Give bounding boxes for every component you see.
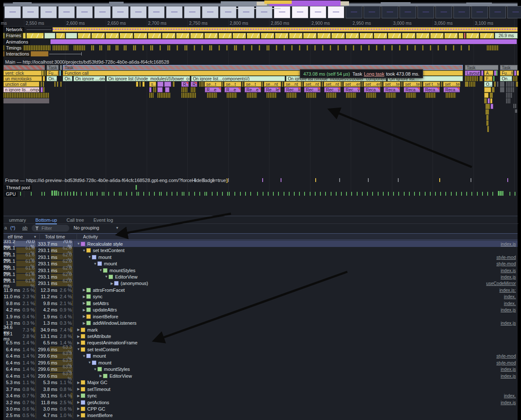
flame-event[interactable]	[54, 82, 56, 87]
flame-event-fl[interactable]: F…l	[484, 76, 492, 81]
flame-event[interactable]	[157, 87, 163, 92]
source-link[interactable]: style-mod	[496, 353, 516, 358]
frame-box[interactable]	[78, 33, 91, 38]
table-row[interactable]: 6.5 ms1.4 %6.5 ms1.4 %▶requestAnimationF…	[3, 340, 518, 346]
flame-event-setnt[interactable]: set…nt	[304, 82, 321, 87]
flame-event[interactable]	[491, 104, 493, 109]
expand-icon[interactable]: ▶	[76, 328, 81, 332]
flame-event[interactable]	[484, 93, 488, 98]
flame-event-sent[interactable]: se…nt	[264, 82, 281, 87]
table-row[interactable]: 11.0 ms2.3 %11.2 ms2.4 %▶syncindex.	[3, 294, 518, 300]
track-label-network[interactable]: Network	[4, 27, 24, 32]
flame-event-setent[interactable]: set …ent	[343, 82, 361, 87]
collapse-icon[interactable]: ▼	[98, 268, 103, 272]
column-divider[interactable]	[39, 234, 40, 241]
grouping-caret-icon[interactable]: ▼	[115, 226, 119, 230]
collapse-icon[interactable]: ▼	[93, 262, 98, 266]
filmstrip-screenshot[interactable]	[4, 6, 21, 18]
flame-event[interactable]	[484, 87, 491, 92]
long-task-link[interactable]: Long task	[364, 71, 385, 76]
frame-box[interactable]	[459, 33, 463, 38]
flame-event-task[interactable]: Task	[500, 65, 518, 70]
flame-event[interactable]	[157, 93, 170, 98]
filmstrip-screenshot[interactable]	[112, 6, 129, 18]
table-row[interactable]: 291.1 ms61.6 %293.1 ms62.0 %▼mountStyles…	[3, 267, 518, 273]
filter-input[interactable]: Filter	[32, 225, 69, 232]
frame-box[interactable]	[56, 33, 65, 38]
tab-call-tree[interactable]: Call tree	[66, 217, 84, 223]
frame-box[interactable]	[190, 33, 204, 38]
table-row[interactable]: 291.1 ms61.6 %293.1 ms62.0 %▶(anonymous)…	[3, 280, 518, 287]
flame-event-onignoreonents[interactable]: On ignore …onents\/)	[74, 76, 105, 81]
flame-event-r[interactable]: R…	[181, 82, 189, 87]
table-row[interactable]: 331.2 ms70.0 %333.7 ms70.6 %▼Recalculate…	[3, 241, 518, 247]
source-link[interactable]: index.	[504, 294, 516, 299]
sort-descending-icon[interactable]: ▼	[33, 235, 37, 239]
frame-box[interactable]	[148, 33, 161, 38]
table-row[interactable]: 34.6 ms7.3 %34.9 ms7.4 %▶mark	[3, 326, 518, 333]
flame-event[interactable]	[513, 76, 518, 81]
frame-box[interactable]	[402, 33, 415, 38]
flame-event[interactable]	[484, 98, 487, 103]
filmstrip-screenshot[interactable]	[400, 6, 416, 18]
flame-event[interactable]	[406, 93, 416, 98]
flame-event[interactable]	[490, 98, 492, 103]
flame-event[interactable]	[41, 87, 43, 92]
flame-event[interactable]	[302, 82, 303, 87]
flame-event[interactable]	[496, 70, 497, 76]
table-row[interactable]: 2.5 ms0.5 %4.7 ms1.0 %▶insertBefore	[3, 412, 518, 419]
flame-event-unctioncall[interactable]: unction call	[3, 82, 39, 87]
flame-event-task[interactable]: Task	[465, 65, 498, 70]
regex-icon[interactable]: (*)	[10, 225, 15, 230]
flame-event[interactable]	[60, 82, 62, 87]
expand-icon[interactable]: ▶	[76, 341, 81, 345]
frame-box[interactable]	[204, 33, 218, 38]
expand-icon[interactable]: ▶	[82, 314, 86, 318]
flame-event-set[interactable]: se…t	[224, 82, 241, 87]
frame-box[interactable]	[44, 33, 55, 38]
expand-icon[interactable]: ▶	[76, 407, 81, 411]
filmstrip-screenshot[interactable]	[58, 6, 75, 18]
frame-box[interactable]	[466, 33, 479, 38]
flame-event[interactable]	[506, 87, 515, 92]
tab-bottom-up[interactable]: Bottom-up	[36, 217, 57, 224]
frame-box[interactable]	[480, 33, 494, 38]
flame-event[interactable]	[181, 93, 196, 98]
frame-box[interactable]	[134, 33, 147, 38]
flame-event[interactable]	[149, 87, 151, 92]
flame-event[interactable]	[486, 115, 488, 120]
flame-event[interactable]	[136, 82, 138, 87]
flame-event-setttent[interactable]: set t…tent	[423, 82, 440, 87]
frame-box[interactable]	[275, 33, 288, 38]
source-link[interactable]: index.js	[500, 307, 516, 312]
frame-box[interactable]	[416, 33, 429, 38]
source-link[interactable]: style-mod	[496, 255, 516, 260]
filmstrip-screenshot[interactable]	[148, 6, 165, 18]
flame-event-recyle[interactable]: Rec…yle	[324, 87, 340, 92]
main-thread-label[interactable]: Main — http://localhost:3000/projects/bd…	[5, 59, 169, 65]
frame-box[interactable]	[233, 33, 246, 38]
source-link[interactable]: index.js	[500, 367, 516, 372]
source-link[interactable]: style-mod	[496, 360, 516, 365]
table-row[interactable]: 9.8 ms2.1 %9.8 ms2.1 %▶setAttrsindex.	[3, 300, 518, 306]
column-divider[interactable]	[77, 234, 77, 241]
table-row[interactable]: 6.4 ms1.4 %299.6 ms63.3 %▼mountstyle-mod	[3, 353, 518, 359]
source-link[interactable]: index.js	[500, 268, 516, 273]
expand-icon[interactable]: ▶	[76, 394, 81, 398]
frame-box[interactable]	[261, 33, 274, 38]
expand-icon[interactable]: ▶	[82, 288, 86, 292]
flame-event-re[interactable]: R…e	[225, 87, 241, 92]
flame-event[interactable]	[514, 70, 516, 76]
flame-event-recayle[interactable]: Reca…yle	[364, 87, 380, 92]
flame-event[interactable]	[43, 76, 45, 81]
frame-box[interactable]	[374, 33, 387, 38]
flame-event[interactable]	[322, 82, 323, 87]
flame-event[interactable]	[492, 87, 494, 92]
table-row[interactable]: 3.2 ms0.7 %11.8 ms2.5 %▶getActionsindex.…	[3, 399, 518, 405]
frame-box[interactable]	[317, 33, 331, 38]
expand-icon[interactable]: ▶	[82, 321, 86, 325]
flame-event[interactable]	[486, 120, 488, 126]
flame-event[interactable]	[153, 87, 157, 92]
table-row[interactable]: 291.1 ms61.6 %293.1 ms62.0 %▼mountstyle-…	[3, 260, 518, 267]
flame-event[interactable]	[480, 76, 483, 81]
